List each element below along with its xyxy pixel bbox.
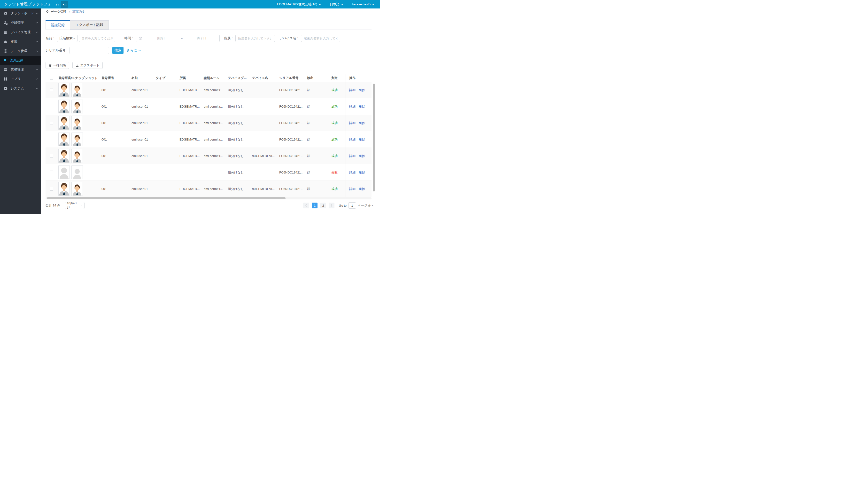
cell-name: emi user 01: [130, 105, 155, 108]
more-filters-link[interactable]: さらに: [127, 48, 141, 53]
delete-link[interactable]: 削除: [359, 170, 365, 175]
chevron-down-icon: [36, 12, 38, 14]
row-checkbox[interactable]: [50, 154, 53, 158]
select-all-checkbox[interactable]: [50, 76, 53, 80]
page-size-select[interactable]: 10件/ページ: [65, 202, 85, 209]
tab-recognition-records[interactable]: 認識記録: [45, 20, 70, 30]
cell-result: 成功: [330, 121, 346, 125]
language-dropdown[interactable]: 日本語: [330, 2, 344, 6]
user-dropdown[interactable]: facesectest5: [352, 2, 374, 6]
row-checkbox[interactable]: [50, 138, 53, 141]
sidebar-item-registration[interactable]: 登録管理: [0, 18, 41, 27]
end-date-field[interactable]: 終了日: [184, 36, 219, 40]
next-page-button[interactable]: [329, 203, 335, 208]
photo-cell: [57, 182, 100, 196]
sidebar-item-system[interactable]: システム: [0, 84, 41, 93]
delete-link[interactable]: 削除: [359, 88, 365, 92]
delete-link[interactable]: 削除: [359, 154, 365, 158]
dept-input[interactable]: [236, 35, 275, 42]
column-header: 所属: [178, 76, 203, 80]
table-body: 001emi user 01EDGEMATR...emi permit r...…: [45, 82, 372, 197]
cell-detect: 顔: [306, 105, 330, 109]
cell-result: 成功: [330, 187, 346, 191]
app-title: クラウド管理プラットフォーム: [4, 2, 59, 7]
export-button[interactable]: エクスポート: [72, 62, 103, 69]
data-icon: [4, 49, 7, 53]
cell-name: emi user 01: [130, 121, 155, 125]
filter-panel: 名前： 氏名検索 時間： 開始日 ~ 終了日 所属： デバイス名： シリアル番号…: [45, 35, 380, 54]
detail-link[interactable]: 詳細: [349, 154, 355, 158]
goto-page-input[interactable]: [348, 202, 356, 209]
org-dropdown[interactable]: EDGEMATRIX株式会社(16): [277, 2, 321, 6]
more-filters-label: さらに: [127, 48, 137, 53]
name-filter-label: 名前：: [45, 36, 56, 40]
page-button-2[interactable]: 2: [320, 203, 326, 208]
status-text: 失敗: [331, 171, 338, 174]
cell-dept: EDGEMATR...: [178, 187, 203, 191]
page-button-1[interactable]: 1: [312, 203, 317, 208]
sidebar-item-apps[interactable]: アプリ: [0, 74, 41, 84]
vertical-scrollbar-thumb[interactable]: [373, 84, 375, 192]
chevron-up-icon: [36, 50, 38, 52]
cell-reg_no: 001: [100, 138, 130, 141]
cell-group: 組分けなし: [227, 187, 251, 191]
search-button[interactable]: 検索: [113, 47, 124, 54]
sidebar-menu: ダッシュボード登録管理デバイス管理権限データ管理認識記録業務管理アプリシステム: [0, 8, 41, 214]
row-select-cell: [45, 105, 57, 108]
detail-link[interactable]: 詳細: [349, 137, 355, 142]
cell-operations: 詳細削除: [346, 148, 372, 164]
sidebar-subitem-recognition-records[interactable]: 認識記録: [0, 56, 41, 65]
snapshot-photo: [71, 99, 83, 113]
row-checkbox[interactable]: [50, 88, 53, 92]
serial-input[interactable]: [69, 47, 109, 54]
name-input[interactable]: [79, 35, 115, 42]
detail-link[interactable]: 詳細: [349, 187, 355, 191]
detail-link[interactable]: 詳細: [349, 105, 355, 109]
breadcrumb: データ管理 認識記録: [41, 8, 380, 15]
horizontal-scrollbar-thumb[interactable]: [47, 197, 285, 199]
detail-link[interactable]: 詳細: [349, 121, 355, 125]
date-range-picker[interactable]: 開始日 ~ 終了日: [135, 35, 220, 42]
delete-link[interactable]: 削除: [359, 187, 365, 191]
row-checkbox[interactable]: [50, 171, 53, 174]
cell-group: 組分けなし: [227, 105, 251, 109]
cell-operations: 詳細削除: [346, 164, 372, 180]
bulk-delete-button[interactable]: 一括削除: [45, 62, 69, 69]
cell-rule: emi permit r...: [203, 88, 227, 92]
main-content: データ管理 認識記録 認識記録 エクスポート記録 名前： 氏名検索 時間： 開始…: [41, 8, 380, 214]
topbar-right: EDGEMATRIX株式会社(16) 日本語 facesectest5: [277, 2, 380, 6]
delete-link[interactable]: 削除: [359, 137, 365, 142]
sidebar-item-device[interactable]: デバイス管理: [0, 27, 41, 37]
row-checkbox[interactable]: [50, 121, 53, 125]
detail-link[interactable]: 詳細: [349, 88, 355, 92]
sidebar-collapse-button[interactable]: [61, 1, 68, 8]
sidebar-item-business[interactable]: 業務管理: [0, 65, 41, 74]
cell-operations: 詳細削除: [346, 98, 372, 115]
sidebar-item-data[interactable]: データ管理: [0, 46, 41, 56]
column-header: デバイス名: [251, 76, 278, 80]
breadcrumb-page[interactable]: 認識記録: [72, 10, 85, 14]
photo-cell: [57, 166, 100, 179]
device-name-input[interactable]: [301, 35, 340, 42]
column-header: 名前: [130, 76, 155, 80]
cell-result: 成功: [330, 88, 346, 92]
sidebar-item-permission[interactable]: 権限: [0, 37, 41, 46]
goto-label: Go to: [339, 204, 347, 207]
cell-serial: FC6NDC19421...: [278, 138, 306, 141]
start-date-field[interactable]: 開始日: [144, 36, 180, 40]
delete-link[interactable]: 削除: [359, 121, 365, 125]
chevron-down-icon: [36, 78, 38, 80]
business-icon: [4, 67, 7, 71]
cell-reg_no: 001: [100, 88, 130, 92]
table-actions: 一括削除 エクスポート: [45, 62, 380, 69]
chevron-down-icon: [36, 69, 38, 70]
sidebar-item-dashboard[interactable]: ダッシュボード: [0, 8, 41, 18]
detail-link[interactable]: 詳細: [349, 170, 355, 175]
row-checkbox[interactable]: [50, 105, 53, 108]
prev-page-button[interactable]: [303, 203, 309, 208]
name-type-select[interactable]: 氏名検索: [57, 35, 78, 42]
delete-link[interactable]: 削除: [359, 105, 365, 109]
tab-export-records[interactable]: エクスポート記録: [70, 20, 109, 30]
row-checkbox[interactable]: [50, 187, 53, 191]
breadcrumb-section[interactable]: データ管理: [51, 10, 67, 14]
